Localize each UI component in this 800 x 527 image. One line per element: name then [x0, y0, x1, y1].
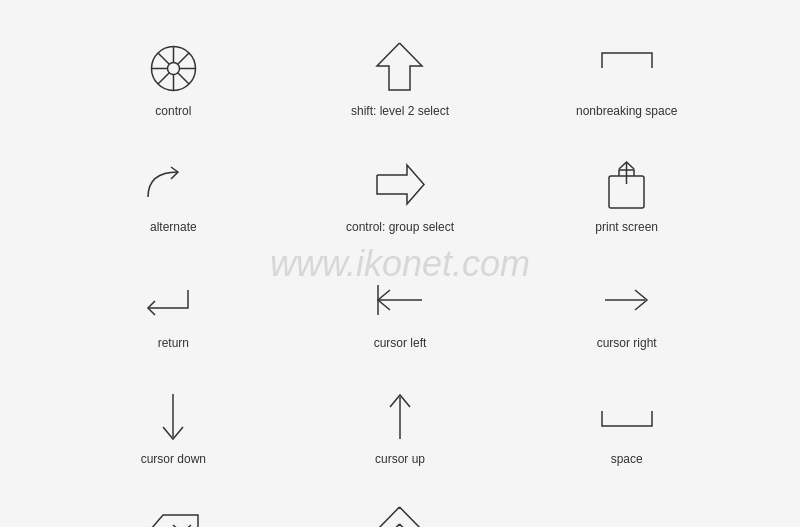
label-nonbreaking-space: nonbreaking space: [576, 104, 677, 118]
icon-print-screen: [592, 154, 662, 214]
svg-line-9: [158, 72, 169, 83]
icon-control-group: [365, 154, 435, 214]
cell-backspace: backspace: [60, 484, 287, 527]
cell-print-screen: print screen: [513, 136, 740, 252]
icon-alternate: [138, 154, 208, 214]
cell-control: control: [60, 20, 287, 136]
icon-cursor-up: [365, 386, 435, 446]
cell-cursor-up: cursor up: [287, 368, 514, 484]
label-shift-level2: shift: level 2 select: [351, 104, 449, 118]
label-control-group: control: group select: [346, 220, 454, 234]
svg-line-7: [178, 72, 189, 83]
label-alternate: alternate: [150, 220, 197, 234]
svg-line-6: [158, 53, 169, 64]
label-cursor-right: cursor right: [597, 336, 657, 350]
label-space: space: [611, 452, 643, 466]
icon-control: [138, 38, 208, 98]
cell-control-group: control: group select: [287, 136, 514, 252]
cell-shift-level2: shift: level 2 select: [287, 20, 514, 136]
label-control: control: [155, 104, 191, 118]
cell-space: space: [513, 368, 740, 484]
icon-nonbreaking-space: [592, 38, 662, 98]
icon-alt-level3: [365, 502, 435, 527]
icon-cursor-right: [592, 270, 662, 330]
label-cursor-left: cursor left: [374, 336, 427, 350]
cell-cursor-down: cursor down: [60, 368, 287, 484]
cell-cursor-right: cursor right: [513, 252, 740, 368]
label-print-screen: print screen: [595, 220, 658, 234]
svg-line-8: [178, 53, 189, 64]
label-cursor-down: cursor down: [141, 452, 206, 466]
icon-shift-level2: [365, 38, 435, 98]
icon-cursor-left: [365, 270, 435, 330]
cell-empty: [513, 484, 740, 527]
cell-alt-level3: alternate: level 3 select: [287, 484, 514, 527]
cell-alternate: alternate: [60, 136, 287, 252]
cell-cursor-left: cursor left: [287, 252, 514, 368]
cell-return: return: [60, 252, 287, 368]
icon-backspace: [138, 502, 208, 527]
label-cursor-up: cursor up: [375, 452, 425, 466]
svg-point-1: [167, 62, 179, 74]
icon-return: [138, 270, 208, 330]
icon-grid: control shift: level 2 select nonbreakin…: [0, 0, 800, 527]
label-return: return: [158, 336, 189, 350]
icon-cursor-down: [138, 386, 208, 446]
icon-space: [592, 386, 662, 446]
cell-nonbreaking-space: nonbreaking space: [513, 20, 740, 136]
